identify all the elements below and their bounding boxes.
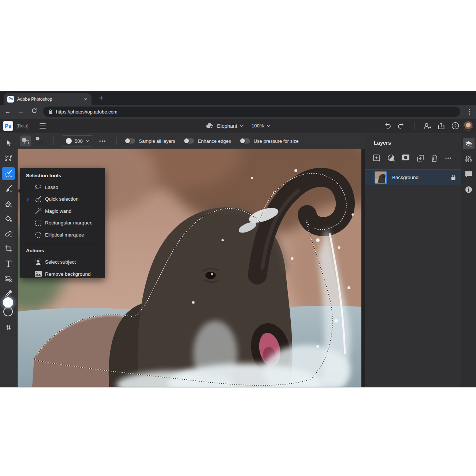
document-name[interactable]: Elephant: [217, 123, 237, 129]
add-layer-icon[interactable]: [372, 154, 381, 164]
chevron-down-icon[interactable]: [240, 124, 244, 127]
flyout-item-quick-selection[interactable]: ✓ Quick selection: [20, 193, 105, 205]
selection-tools-flyout: Selection tools Lasso ✓ Quick selection …: [20, 168, 105, 278]
background-color-swatch[interactable]: [3, 307, 13, 316]
layer-row-background[interactable]: Background: [365, 169, 461, 185]
panel-switcher-strip: [461, 133, 476, 387]
tool-options-bar: 500 ••• Sample all layers Enhance edges …: [17, 133, 365, 149]
layers-stack-icon[interactable]: [463, 138, 475, 149]
lock-icon[interactable]: [451, 174, 456, 181]
svg-text:?: ?: [454, 124, 456, 128]
subtract-from-selection-icon[interactable]: [34, 135, 45, 146]
more-icon[interactable]: [444, 154, 452, 164]
address-bar: ← → https://photoshop.adobe.com: [0, 105, 476, 119]
enhance-edges-toggle[interactable]: [184, 138, 194, 144]
chevron-down-icon[interactable]: [266, 124, 270, 127]
flyout-item-magic-wand[interactable]: Magic wand: [20, 205, 105, 217]
tab-strip: Ps Adobe Photoshop × +: [0, 91, 476, 105]
zoom-level[interactable]: 100%: [252, 123, 264, 129]
flyout-action-remove-background[interactable]: Remove background: [20, 268, 105, 280]
redo-icon[interactable]: [396, 120, 407, 131]
check-icon: ✓: [24, 196, 33, 202]
select-subject-icon: [33, 259, 44, 266]
swap-colors-icon[interactable]: [2, 321, 15, 334]
transform-tool-icon[interactable]: [2, 152, 15, 165]
share-icon[interactable]: [436, 120, 447, 131]
magic-wand-icon: [33, 207, 44, 215]
info-icon[interactable]: [463, 184, 475, 196]
quick-selection-tool-icon[interactable]: [2, 167, 15, 180]
rectangular-marquee-icon: [33, 219, 44, 226]
browser-tab[interactable]: Ps Adobe Photoshop ×: [4, 93, 92, 105]
browser-menu-icon[interactable]: [467, 108, 472, 116]
invite-people-icon[interactable]: [422, 120, 433, 131]
toolbar: [0, 133, 17, 387]
flyout-item-lasso[interactable]: Lasso: [20, 181, 105, 193]
layers-panel: Layers Background: [365, 133, 461, 387]
layer-name: Background: [392, 175, 451, 180]
flyout-action-select-subject[interactable]: Select subject: [20, 256, 105, 268]
chevron-down-icon: [86, 140, 89, 142]
remove-background-icon: [33, 271, 44, 277]
sample-all-layers-label: Sample all layers: [139, 138, 175, 144]
url-field[interactable]: https://photoshop.adobe.com: [43, 107, 460, 117]
layers-panel-title: Layers: [365, 133, 461, 146]
comment-icon[interactable]: [463, 168, 475, 180]
elliptical-marquee-icon: [33, 231, 44, 238]
url-text: https://photoshop.adobe.com: [56, 109, 118, 115]
pressure-for-size-toggle[interactable]: [240, 138, 250, 144]
brush-size-dropdown[interactable]: 500: [62, 135, 93, 146]
undo-icon[interactable]: [382, 120, 393, 131]
forward-icon[interactable]: →: [17, 108, 25, 115]
type-tool-icon[interactable]: [2, 257, 15, 270]
flyout-title: Selection tools: [20, 171, 105, 181]
cloud-saved-icon: [206, 123, 215, 129]
tab-title: Adobe Photoshop: [17, 97, 80, 102]
heal-tool-icon[interactable]: [2, 227, 15, 240]
flyout-item-elliptical-marquee[interactable]: Elliptical marquee: [20, 229, 105, 241]
crop-tool-icon[interactable]: [2, 242, 15, 255]
eraser-tool-icon[interactable]: [2, 197, 15, 210]
place-image-tool-icon[interactable]: [2, 272, 15, 285]
user-avatar[interactable]: [464, 121, 473, 131]
app-header: Ps (Beta) Elephant 100%: [0, 119, 476, 133]
more-options-icon[interactable]: •••: [97, 138, 109, 144]
mask-icon[interactable]: [401, 154, 410, 164]
sample-all-layers-toggle[interactable]: [125, 138, 135, 144]
foreground-color-swatch[interactable]: [3, 297, 13, 308]
properties-icon[interactable]: [463, 153, 475, 165]
flyout-item-rectangular-marquee[interactable]: Rectangular marquee: [20, 217, 105, 229]
quick-selection-icon: [33, 195, 44, 203]
actions-title: Actions: [20, 246, 105, 256]
lasso-icon: [33, 183, 44, 191]
layer-thumbnail: [375, 171, 387, 184]
photoshop-logo: Ps: [3, 121, 13, 131]
brush-tool-icon[interactable]: [2, 182, 15, 195]
reload-icon[interactable]: [30, 108, 38, 116]
fill-tool-icon[interactable]: [2, 212, 15, 225]
group-layers-icon[interactable]: [416, 154, 425, 164]
photoshop-favicon-icon: Ps: [7, 96, 14, 103]
new-tab-button[interactable]: +: [96, 93, 106, 103]
lock-icon: [48, 109, 53, 114]
brush-preview-icon: [66, 138, 72, 144]
app-menu-icon[interactable]: [38, 122, 48, 130]
enhance-edges-label: Enhance edges: [198, 138, 231, 144]
adjustment-layer-icon[interactable]: [387, 154, 396, 164]
trash-icon[interactable]: [430, 154, 438, 164]
pressure-for-size-label: Use pressure for size: [254, 138, 299, 144]
help-icon[interactable]: ?: [450, 120, 461, 131]
move-tool-icon[interactable]: [2, 137, 15, 150]
browser-window: Ps Adobe Photoshop × + ← → https://photo…: [0, 91, 476, 387]
close-tab-icon[interactable]: ×: [83, 96, 88, 102]
add-to-selection-icon[interactable]: [20, 135, 31, 146]
beta-label: (Beta): [16, 123, 29, 129]
back-icon[interactable]: ←: [4, 108, 12, 115]
